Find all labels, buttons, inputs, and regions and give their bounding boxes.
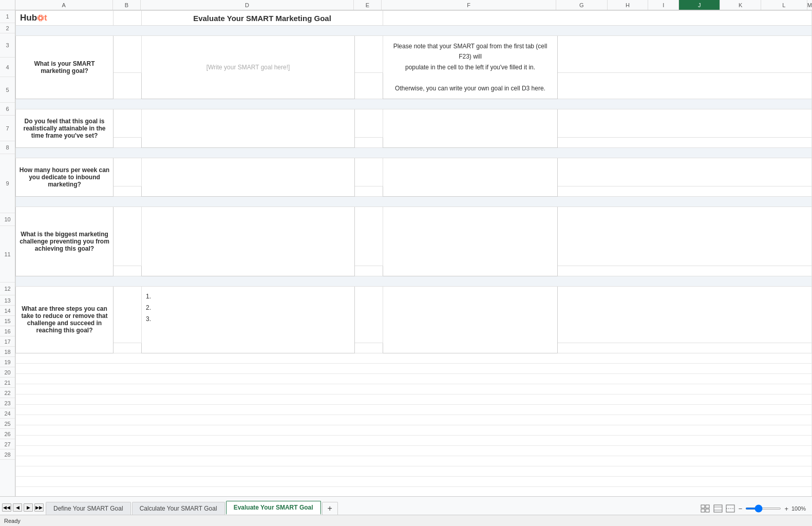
table-row-sep2: [16, 147, 812, 158]
tab-last-button[interactable]: ▶▶: [34, 503, 44, 512]
page-layout-icon[interactable]: [713, 504, 723, 513]
grid-view-icon[interactable]: [701, 504, 711, 513]
rn-11: 11: [0, 226, 15, 283]
q5-answer-cell[interactable]: 1. 2. 3.: [142, 286, 355, 353]
table-row-22: [16, 445, 812, 456]
table-row-26: [16, 486, 812, 496]
col-m-header[interactable]: M: [807, 0, 812, 10]
cell-d1-title: Evaluate Your SMART Marketing Goal: [142, 11, 383, 26]
tab-next-button[interactable]: ▶: [24, 503, 33, 512]
zoom-slider-control[interactable]: [745, 508, 781, 510]
col-a-header[interactable]: A: [15, 0, 113, 10]
rn-7: 7: [0, 116, 15, 141]
hubspot-logo-group: Hub: [20, 13, 109, 23]
rn-19: 19: [0, 357, 15, 367]
rn-27: 27: [0, 439, 15, 449]
rn-10: 10: [0, 213, 15, 226]
table-row-7: How many hours per week can you dedicate…: [16, 158, 812, 186]
q1-answer-cell[interactable]: [Write your SMART goal here!]: [142, 36, 355, 99]
rn-25: 25: [0, 419, 15, 429]
col-l-header[interactable]: L: [761, 0, 807, 10]
cell-sep3: [16, 196, 812, 206]
table-row-25: [16, 476, 812, 486]
rn-21: 21: [0, 378, 15, 388]
cell-b12: [114, 343, 142, 353]
grid-scroll-area[interactable]: Hub: [15, 10, 812, 496]
cell-b9: [114, 206, 142, 266]
tab-evaluate-smart-goal[interactable]: Evaluate Your SMART Goal: [226, 501, 321, 515]
zoom-percentage: 100%: [791, 505, 808, 512]
page-break-icon[interactable]: [725, 504, 735, 513]
cell-b6: [114, 137, 142, 147]
table-row-14: [16, 363, 812, 373]
rn-6: 6: [0, 103, 15, 116]
q2-question-cell: Do you feel that this goal is realistica…: [16, 109, 114, 147]
col-g-header[interactable]: G: [556, 0, 608, 10]
cell-e12: [355, 343, 383, 353]
table-row-17: [16, 394, 812, 404]
col-e-header[interactable]: E: [354, 0, 382, 10]
corner: [0, 0, 15, 10]
col-i-header[interactable]: I: [648, 0, 679, 10]
svg-point-7: [40, 17, 42, 19]
cell-b3: [114, 36, 142, 73]
q5-list-item-3: 3.: [146, 315, 350, 323]
rn-3: 3: [0, 33, 15, 58]
svg-rect-10: [37, 17, 39, 18]
table-row-15: [16, 373, 812, 384]
table-row-5: [16, 99, 812, 109]
cell-sep2: [16, 147, 812, 158]
rn-9: 9: [0, 154, 15, 213]
cell-g7: [558, 158, 812, 186]
zoom-plus-button[interactable]: +: [783, 505, 789, 513]
cell-g3-onward: [558, 36, 812, 73]
tab-first-button[interactable]: ◀◀: [2, 503, 11, 512]
table-row-2: [16, 26, 812, 36]
cell-e3: [355, 36, 383, 73]
cell-g4-onward: [558, 73, 812, 99]
col-k-header[interactable]: K: [720, 0, 761, 10]
rn-14: 14: [0, 306, 15, 316]
cell-sep4: [16, 276, 812, 286]
q5-question-cell: What are three steps you can take to red…: [16, 286, 114, 353]
rn-20: 20: [0, 367, 15, 378]
table-row-1: Hub: [16, 11, 812, 26]
cell-e11: [355, 286, 383, 343]
table-row-5b: Do you feel that this goal is realistica…: [16, 109, 812, 137]
cell-f1-onward: [383, 11, 812, 26]
cell-row5: [16, 99, 812, 109]
tab-define-smart-goal[interactable]: Define Your SMART Goal: [46, 502, 131, 515]
tab-prev-button[interactable]: ◀: [13, 503, 22, 512]
svg-rect-8: [40, 15, 41, 16]
table-row-16: [16, 384, 812, 394]
table-row-11: What are three steps you can take to red…: [16, 286, 812, 343]
q2-answer-cell[interactable]: [142, 109, 355, 147]
col-h-header[interactable]: H: [608, 0, 649, 10]
svg-rect-18: [701, 509, 705, 512]
table-row-sep4: [16, 276, 812, 286]
svg-rect-17: [706, 505, 709, 508]
q1-note-cell: Please note that your SMART goal from th…: [383, 36, 558, 99]
add-sheet-button[interactable]: +: [322, 502, 338, 515]
table-row-19: [16, 415, 812, 425]
q5-note-cell: [383, 286, 558, 353]
svg-rect-16: [701, 505, 705, 508]
col-b-header[interactable]: B: [113, 0, 141, 10]
bottom-right-status: − + 100%: [696, 504, 812, 515]
cell-e4: [355, 73, 383, 99]
q1-question-cell: What is your SMART marketing goal?: [16, 36, 114, 99]
col-d-header[interactable]: D: [141, 0, 353, 10]
cell-b7: [114, 158, 142, 186]
logo-text-spot: t: [44, 13, 47, 23]
col-f-header[interactable]: F: [382, 0, 556, 10]
q5-list-item-2: 2.: [146, 304, 350, 311]
zoom-minus-button[interactable]: −: [738, 505, 744, 513]
q4-answer-cell[interactable]: [142, 206, 355, 276]
q3-answer-cell[interactable]: [142, 158, 355, 196]
col-j-header[interactable]: J: [679, 0, 720, 10]
rn-17: 17: [0, 336, 15, 347]
table-row-3: What is your SMART marketing goal? [Writ…: [16, 36, 812, 73]
table-row-18: [16, 404, 812, 415]
tab-nav-controls: ◀◀ ◀ ▶ ▶▶: [2, 503, 46, 515]
tab-calculate-smart-goal[interactable]: Calculate Your SMART Goal: [132, 502, 225, 515]
